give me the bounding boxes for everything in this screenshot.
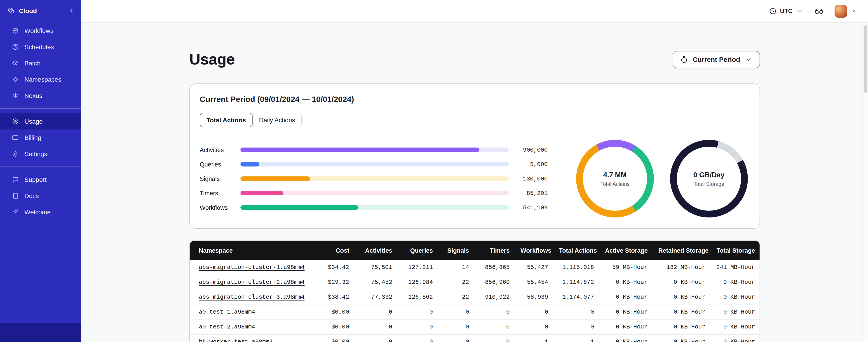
namespace-link[interactable]: bk-worker-test.a98mm4 bbox=[199, 339, 273, 342]
brand-label: Cloud bbox=[19, 7, 37, 14]
table-cell: 0 KB-Hour bbox=[653, 290, 711, 305]
bar-fill bbox=[240, 191, 283, 195]
bar-label: Activities bbox=[200, 146, 240, 153]
table-cell: 1 bbox=[554, 334, 599, 342]
table-cell: 0 bbox=[355, 334, 398, 342]
sidebar-item-welcome[interactable]: Welcome bbox=[0, 204, 81, 220]
donut-chart-total-storage: 0 GB/DayTotal Storage bbox=[670, 140, 748, 217]
tab-daily-actions[interactable]: Daily Actions bbox=[252, 113, 302, 127]
period-selector-button[interactable]: Current Period bbox=[673, 51, 760, 68]
table-cell: 0 bbox=[398, 334, 438, 342]
chevron-down-icon bbox=[745, 55, 753, 63]
sidebar-item-label: Welcome bbox=[24, 208, 51, 216]
sidebar-item-billing[interactable]: Billing bbox=[0, 130, 81, 146]
tab-total-actions[interactable]: Total Actions bbox=[200, 113, 253, 127]
sidebar-nav: WorkflowsSchedulesBatchNamespacesNexusUs… bbox=[0, 21, 81, 220]
bar-value: 5,000 bbox=[509, 161, 548, 168]
sidebar-item-label: Workflows bbox=[24, 27, 54, 34]
sidebar-item-workflows[interactable]: Workflows bbox=[0, 23, 81, 39]
bar-track bbox=[240, 147, 509, 152]
usage-card: Current Period (09/01/2024 — 10/01/2024)… bbox=[189, 83, 760, 229]
title-row: Usage Current Period bbox=[189, 50, 760, 68]
billing-icon bbox=[12, 134, 19, 141]
column-header-cost: Cost bbox=[318, 241, 355, 260]
table-cell: 0 KB-Hour bbox=[599, 305, 653, 319]
table-cell: 0 bbox=[554, 319, 599, 334]
table-row: abs-migration-cluster-3.a98mm4$38.4277,3… bbox=[190, 290, 760, 305]
sidebar-item-usage[interactable]: Usage bbox=[0, 113, 81, 130]
sidebar-item-label: Usage bbox=[24, 118, 43, 125]
table-cell: 22 bbox=[438, 275, 474, 290]
bar-row-workflows: Workflows541,109 bbox=[200, 200, 548, 215]
timezone-label: UTC bbox=[780, 8, 793, 14]
table-cell: 0 KB-Hour bbox=[711, 290, 760, 305]
bar-row-timers: Timers85,201 bbox=[200, 186, 548, 200]
table-cell: 0 bbox=[474, 334, 515, 342]
table-row: bk-worker-test.a98mm4$0.000000110 KB-Hou… bbox=[190, 334, 760, 342]
column-header-activities: Activities bbox=[355, 241, 398, 260]
batch-icon bbox=[12, 60, 19, 67]
sidebar-item-support[interactable]: Support bbox=[0, 171, 81, 188]
table-cell: 0 bbox=[438, 305, 474, 319]
table-cell: 1 bbox=[515, 334, 554, 342]
table-cell: $0.00 bbox=[318, 305, 355, 319]
content-area: Usage Current Period Current Period (09/… bbox=[189, 23, 760, 342]
bar-fill bbox=[240, 162, 259, 167]
namespace-cell: abs-migration-cluster-1.a98mm4 bbox=[190, 260, 318, 275]
table-cell: 126,862 bbox=[398, 290, 438, 305]
chart-row: Activities900,000Queries5,000Signals130,… bbox=[200, 140, 750, 217]
period-selector-label: Current Period bbox=[693, 56, 740, 63]
stopwatch-icon bbox=[680, 55, 688, 63]
column-header-total-actions: Total Actions bbox=[554, 241, 599, 260]
glasses-icon[interactable] bbox=[814, 6, 824, 16]
account-menu[interactable] bbox=[835, 5, 856, 18]
bar-track bbox=[240, 162, 509, 167]
table-row: a0-test-1.a98mm4$0.000000000 KB-Hour0 KB… bbox=[190, 305, 760, 319]
sidebar-divider bbox=[0, 108, 81, 109]
table-cell: 1,115,018 bbox=[554, 260, 599, 275]
column-header-retained-storage: Retained Storage bbox=[653, 241, 711, 260]
namespace-link[interactable]: a0-test-1.a98mm4 bbox=[199, 309, 255, 315]
scrollbar-thumb[interactable] bbox=[864, 25, 867, 93]
chevron-down-icon bbox=[850, 8, 856, 14]
table-cell: 0 KB-Hour bbox=[711, 275, 760, 290]
page-title: Usage bbox=[189, 50, 235, 68]
namespaces-icon bbox=[12, 76, 19, 83]
bar-label: Workflows bbox=[200, 204, 240, 211]
app-window: Cloud WorkflowsSchedulesBatchNamespacesN… bbox=[0, 0, 868, 342]
namespace-link[interactable]: abs-migration-cluster-2.a98mm4 bbox=[199, 279, 305, 285]
namespace-link[interactable]: a0-test-2.a98mm4 bbox=[199, 323, 255, 330]
sidebar-item-label: Schedules bbox=[24, 43, 54, 50]
bar-fill bbox=[240, 176, 310, 181]
donut-center: 0 GB/DayTotal Storage bbox=[677, 147, 741, 211]
sidebar-item-label: Support bbox=[24, 176, 46, 183]
bar-track bbox=[240, 191, 509, 195]
table-cell: 55,427 bbox=[515, 260, 554, 275]
table-cell: 0 bbox=[398, 319, 438, 334]
sidebar-item-label: Docs bbox=[24, 192, 39, 199]
sidebar-item-namespaces[interactable]: Namespaces bbox=[0, 71, 81, 88]
bar-row-queries: Queries5,000 bbox=[200, 157, 548, 171]
table-row: abs-migration-cluster-1.a98mm4$34.4275,5… bbox=[190, 260, 760, 275]
bar-row-activities: Activities900,000 bbox=[200, 143, 548, 157]
namespace-link[interactable]: abs-migration-cluster-1.a98mm4 bbox=[199, 264, 305, 271]
sidebar-item-docs[interactable]: Docs bbox=[0, 188, 81, 204]
bar-label: Timers bbox=[200, 190, 240, 197]
scrollbar[interactable] bbox=[862, 23, 868, 342]
sidebar-item-schedules[interactable]: Schedules bbox=[0, 39, 81, 55]
donut-label: Total Actions bbox=[600, 181, 629, 186]
table-header-row: NamespaceCostActivitiesQueriesSignalsTim… bbox=[190, 241, 760, 260]
table-cell: 0 bbox=[355, 319, 398, 334]
sidebar-item-nexus[interactable]: Nexus bbox=[0, 88, 81, 104]
timezone-selector[interactable]: UTC bbox=[769, 7, 804, 15]
welcome-icon bbox=[12, 208, 19, 216]
table-cell: 1,174,077 bbox=[554, 290, 599, 305]
bar-row-signals: Signals130,000 bbox=[200, 171, 548, 186]
sidebar: Cloud WorkflowsSchedulesBatchNamespacesN… bbox=[0, 0, 81, 342]
sidebar-item-settings[interactable]: Settings bbox=[0, 146, 81, 162]
table-cell: 22 bbox=[438, 290, 474, 305]
sidebar-item-batch[interactable]: Batch bbox=[0, 55, 81, 71]
table-cell: 0 bbox=[474, 305, 515, 319]
sidebar-collapse-button[interactable] bbox=[68, 7, 75, 14]
namespace-link[interactable]: abs-migration-cluster-3.a98mm4 bbox=[199, 294, 305, 301]
